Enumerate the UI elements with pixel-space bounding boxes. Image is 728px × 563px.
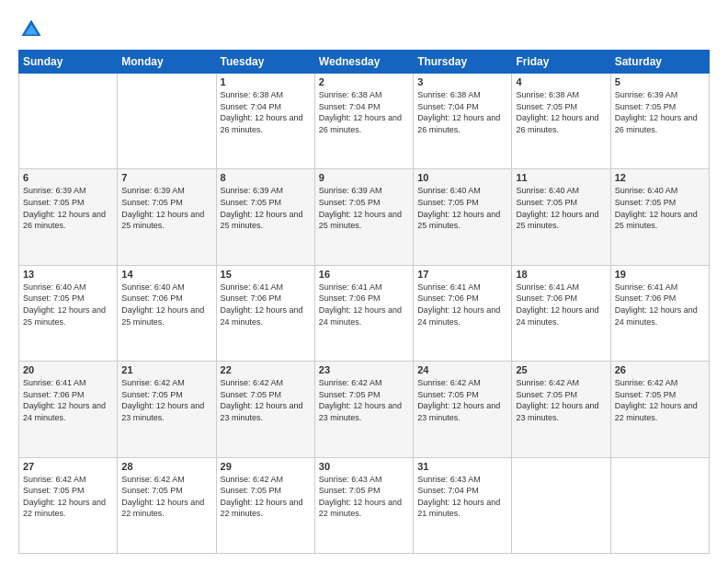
sunrise: Sunrise: 6:41 AM bbox=[516, 282, 579, 292]
day-number: 11 bbox=[516, 172, 606, 183]
weekday-header-wednesday: Wednesday bbox=[314, 51, 413, 74]
sunrise: Sunrise: 6:40 AM bbox=[516, 186, 579, 195]
daylight: Daylight: 12 hours and 23 minutes. bbox=[417, 401, 500, 422]
sunrise: Sunrise: 6:42 AM bbox=[121, 378, 185, 387]
day-number: 1 bbox=[221, 76, 311, 87]
calendar-cell: 5 Sunrise: 6:39 AM Sunset: 7:05 PM Dayli… bbox=[610, 74, 709, 169]
day-info: Sunrise: 6:39 AM Sunset: 7:05 PM Dayligh… bbox=[615, 89, 705, 135]
sunset: Sunset: 7:04 PM bbox=[319, 102, 381, 111]
calendar-cell: 9 Sunrise: 6:39 AM Sunset: 7:05 PM Dayli… bbox=[314, 169, 413, 265]
sunset: Sunset: 7:06 PM bbox=[121, 293, 183, 303]
calendar-cell bbox=[19, 74, 118, 169]
daylight: Daylight: 12 hours and 23 minutes. bbox=[221, 401, 303, 422]
day-number: 27 bbox=[23, 461, 113, 472]
daylight: Daylight: 12 hours and 21 minutes. bbox=[417, 498, 500, 519]
day-number: 31 bbox=[417, 461, 507, 472]
sunrise: Sunrise: 6:42 AM bbox=[121, 475, 185, 484]
sunrise: Sunrise: 6:38 AM bbox=[221, 90, 284, 99]
day-info: Sunrise: 6:42 AM Sunset: 7:05 PM Dayligh… bbox=[221, 377, 311, 423]
week-row-1: 1 Sunrise: 6:38 AM Sunset: 7:04 PM Dayli… bbox=[19, 74, 710, 169]
sunset: Sunset: 7:05 PM bbox=[417, 198, 479, 207]
daylight: Daylight: 12 hours and 26 minutes. bbox=[615, 113, 698, 134]
daylight: Daylight: 12 hours and 26 minutes. bbox=[516, 113, 598, 134]
weekday-header-sunday: Sunday bbox=[19, 51, 118, 74]
sunset: Sunset: 7:05 PM bbox=[615, 390, 677, 399]
sunrise: Sunrise: 6:39 AM bbox=[221, 186, 284, 195]
day-number: 30 bbox=[319, 461, 409, 472]
day-info: Sunrise: 6:40 AM Sunset: 7:05 PM Dayligh… bbox=[615, 185, 705, 231]
weekday-header-row: SundayMondayTuesdayWednesdayThursdayFrid… bbox=[19, 51, 710, 74]
day-info: Sunrise: 6:43 AM Sunset: 7:05 PM Dayligh… bbox=[319, 474, 409, 520]
page: SundayMondayTuesdayWednesdayThursdayFrid… bbox=[0, 0, 728, 563]
sunset: Sunset: 7:05 PM bbox=[23, 486, 85, 495]
day-info: Sunrise: 6:41 AM Sunset: 7:06 PM Dayligh… bbox=[615, 282, 705, 327]
calendar-cell bbox=[610, 457, 709, 553]
day-info: Sunrise: 6:41 AM Sunset: 7:06 PM Dayligh… bbox=[23, 377, 113, 423]
calendar-cell: 10 Sunrise: 6:40 AM Sunset: 7:05 PM Dayl… bbox=[414, 169, 512, 265]
calendar-cell: 28 Sunrise: 6:42 AM Sunset: 7:05 PM Dayl… bbox=[118, 457, 216, 553]
week-row-4: 20 Sunrise: 6:41 AM Sunset: 7:06 PM Dayl… bbox=[19, 362, 710, 457]
week-row-3: 13 Sunrise: 6:40 AM Sunset: 7:05 PM Dayl… bbox=[19, 265, 710, 361]
calendar-cell: 12 Sunrise: 6:40 AM Sunset: 7:05 PM Dayl… bbox=[610, 169, 709, 265]
daylight: Daylight: 12 hours and 22 minutes. bbox=[23, 498, 106, 519]
sunset: Sunset: 7:05 PM bbox=[221, 486, 282, 495]
daylight: Daylight: 12 hours and 22 minutes. bbox=[615, 401, 698, 422]
sunrise: Sunrise: 6:42 AM bbox=[417, 378, 481, 387]
daylight: Daylight: 12 hours and 24 minutes. bbox=[319, 305, 402, 327]
day-number: 25 bbox=[516, 364, 606, 375]
day-number: 19 bbox=[615, 269, 705, 280]
sunset: Sunset: 7:04 PM bbox=[221, 102, 282, 111]
daylight: Daylight: 12 hours and 23 minutes. bbox=[121, 401, 204, 422]
day-number: 2 bbox=[319, 76, 409, 87]
calendar-cell: 26 Sunrise: 6:42 AM Sunset: 7:05 PM Dayl… bbox=[610, 362, 709, 457]
sunrise: Sunrise: 6:41 AM bbox=[615, 282, 678, 292]
day-info: Sunrise: 6:42 AM Sunset: 7:05 PM Dayligh… bbox=[23, 474, 113, 520]
sunrise: Sunrise: 6:39 AM bbox=[23, 186, 86, 195]
daylight: Daylight: 12 hours and 24 minutes. bbox=[615, 305, 698, 327]
day-number: 21 bbox=[121, 364, 211, 375]
day-number: 17 bbox=[417, 269, 507, 280]
calendar-cell: 15 Sunrise: 6:41 AM Sunset: 7:06 PM Dayl… bbox=[216, 265, 314, 361]
day-info: Sunrise: 6:42 AM Sunset: 7:05 PM Dayligh… bbox=[417, 377, 507, 423]
sunrise: Sunrise: 6:38 AM bbox=[516, 90, 579, 99]
day-number: 9 bbox=[319, 172, 409, 183]
calendar-cell: 20 Sunrise: 6:41 AM Sunset: 7:06 PM Dayl… bbox=[19, 362, 118, 457]
sunrise: Sunrise: 6:41 AM bbox=[319, 282, 382, 292]
sunrise: Sunrise: 6:42 AM bbox=[221, 475, 284, 484]
sunset: Sunset: 7:05 PM bbox=[23, 293, 85, 303]
day-info: Sunrise: 6:38 AM Sunset: 7:04 PM Dayligh… bbox=[221, 89, 311, 135]
day-number: 4 bbox=[516, 76, 606, 87]
weekday-header-monday: Monday bbox=[118, 51, 216, 74]
weekday-header-saturday: Saturday bbox=[610, 51, 709, 74]
sunset: Sunset: 7:05 PM bbox=[221, 198, 282, 207]
day-info: Sunrise: 6:40 AM Sunset: 7:05 PM Dayligh… bbox=[23, 282, 113, 327]
calendar-cell: 30 Sunrise: 6:43 AM Sunset: 7:05 PM Dayl… bbox=[314, 457, 413, 553]
day-number: 10 bbox=[417, 172, 507, 183]
calendar-cell bbox=[118, 74, 216, 169]
calendar-cell: 17 Sunrise: 6:41 AM Sunset: 7:06 PM Dayl… bbox=[414, 265, 512, 361]
calendar-cell: 18 Sunrise: 6:41 AM Sunset: 7:06 PM Dayl… bbox=[512, 265, 610, 361]
sunset: Sunset: 7:05 PM bbox=[121, 486, 183, 495]
calendar-cell: 23 Sunrise: 6:42 AM Sunset: 7:05 PM Dayl… bbox=[314, 362, 413, 457]
daylight: Daylight: 12 hours and 23 minutes. bbox=[516, 401, 598, 422]
day-info: Sunrise: 6:39 AM Sunset: 7:05 PM Dayligh… bbox=[23, 185, 113, 231]
day-number: 23 bbox=[319, 364, 409, 375]
calendar-cell: 11 Sunrise: 6:40 AM Sunset: 7:05 PM Dayl… bbox=[512, 169, 610, 265]
day-info: Sunrise: 6:41 AM Sunset: 7:06 PM Dayligh… bbox=[516, 282, 606, 327]
day-number: 3 bbox=[417, 76, 507, 87]
daylight: Daylight: 12 hours and 26 minutes. bbox=[319, 113, 402, 134]
sunset: Sunset: 7:06 PM bbox=[221, 293, 282, 303]
sunset: Sunset: 7:05 PM bbox=[615, 198, 677, 207]
sunset: Sunset: 7:05 PM bbox=[516, 102, 577, 111]
calendar-cell: 3 Sunrise: 6:38 AM Sunset: 7:04 PM Dayli… bbox=[414, 74, 512, 169]
sunrise: Sunrise: 6:41 AM bbox=[221, 282, 284, 292]
sunrise: Sunrise: 6:39 AM bbox=[121, 186, 185, 195]
daylight: Daylight: 12 hours and 25 minutes. bbox=[516, 210, 598, 231]
sunrise: Sunrise: 6:41 AM bbox=[23, 378, 86, 387]
day-number: 28 bbox=[121, 461, 211, 472]
calendar-cell: 13 Sunrise: 6:40 AM Sunset: 7:05 PM Dayl… bbox=[19, 265, 118, 361]
sunrise: Sunrise: 6:42 AM bbox=[319, 378, 382, 387]
daylight: Daylight: 12 hours and 26 minutes. bbox=[417, 113, 500, 134]
daylight: Daylight: 12 hours and 24 minutes. bbox=[221, 305, 303, 327]
daylight: Daylight: 12 hours and 25 minutes. bbox=[319, 210, 402, 231]
